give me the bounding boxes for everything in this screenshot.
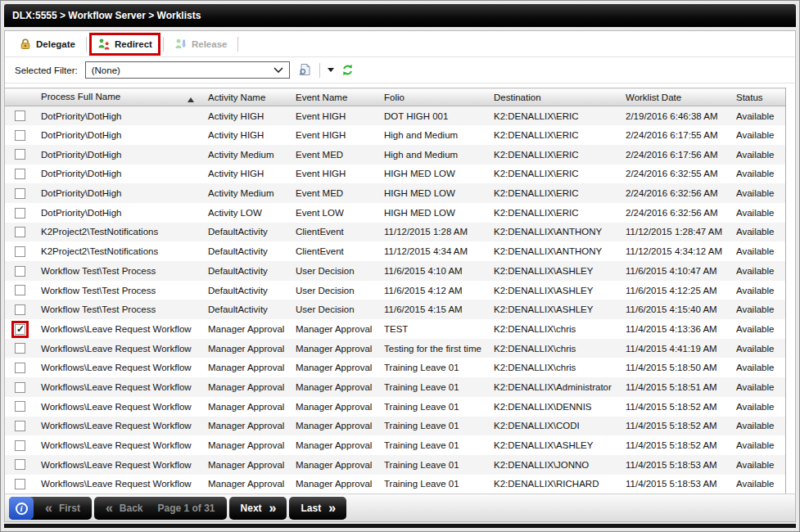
row-checkbox[interactable] [15, 479, 25, 489]
cell: 2/19/2016 6:46:38 AM [619, 106, 730, 126]
release-button: Release [169, 35, 233, 53]
row-checkbox[interactable] [15, 266, 25, 277]
row-checkbox-cell [5, 165, 34, 184]
row-checkbox[interactable] [15, 227, 25, 237]
row-checkbox[interactable] [15, 149, 25, 160]
cell: K2:DENALLIX\ERIC [487, 125, 619, 145]
row-checkbox[interactable] [15, 285, 25, 295]
col-header-event-name[interactable]: Event Name [289, 88, 377, 106]
row-checkbox[interactable] [15, 382, 25, 393]
table-row[interactable]: Workflows\Leave Request WorkflowManager … [5, 455, 785, 475]
cell: Activity Medium [201, 145, 289, 165]
table-row[interactable]: DotPriority\DotHighActivity HIGHEvent HI… [5, 165, 785, 184]
col-header-folio[interactable]: Folio [377, 88, 487, 106]
cell: User Decision [289, 300, 377, 319]
cell: Available [730, 339, 785, 358]
cell: Manager Approval [201, 475, 289, 494]
redirect-button[interactable]: Redirect [92, 35, 158, 53]
table-row[interactable]: Workflows\Leave Request WorkflowManager … [5, 319, 785, 339]
next-page-button[interactable]: Next » [229, 497, 287, 520]
cell: HIGH MED LOW [377, 165, 487, 184]
table-row[interactable]: K2Project2\TestNotificationsDefaultActiv… [5, 223, 785, 242]
table-row[interactable]: DotPriority\DotHighActivity MediumEvent … [5, 183, 785, 203]
row-checkbox[interactable] [15, 208, 25, 219]
col-header-activity-name[interactable]: Activity Name [201, 88, 289, 106]
cell: 2/24/2016 6:17:56 AM [619, 145, 730, 165]
worklist-grid: Process Full Name Activity Name Event Na… [5, 88, 786, 494]
row-checkbox[interactable] [15, 246, 25, 257]
cell: 11/12/2015 4:34:12 AM [619, 241, 730, 261]
col-header-process-full-name[interactable]: Process Full Name [34, 88, 201, 106]
table-row[interactable]: Workflows\Leave Request WorkflowManager … [5, 417, 785, 436]
filter-search-icon[interactable] [297, 63, 312, 77]
cell: Available [730, 261, 785, 281]
cell: 11/4/2015 5:18:52 AM [619, 397, 730, 417]
cell: Event MED [289, 145, 377, 165]
cell: K2:DENALLIX\ASHLEY [487, 281, 619, 300]
cell: 11/4/2015 5:18:51 AM [619, 377, 730, 397]
table-row[interactable]: Workflow Test\Test ProcessDefaultActivit… [5, 261, 785, 281]
table-row[interactable]: Workflows\Leave Request WorkflowManager … [5, 377, 785, 397]
info-button[interactable]: i [9, 497, 34, 520]
row-checkbox[interactable] [15, 188, 25, 199]
cell: Workflows\Leave Request Workflow [34, 377, 201, 397]
cell: Event HIGH [289, 125, 377, 145]
cell: Workflows\Leave Request Workflow [34, 475, 201, 494]
row-checkbox[interactable] [15, 363, 25, 373]
cell: Manager Approval [289, 417, 377, 436]
cell: Training Leave 01 [377, 377, 487, 397]
table-row[interactable]: Workflow Test\Test ProcessDefaultActivit… [5, 281, 785, 300]
table-row[interactable]: K2Project2\TestNotificationsDefaultActiv… [5, 241, 785, 261]
cell: Manager Approval [201, 397, 289, 417]
cell: Manager Approval [289, 455, 377, 475]
row-checkbox[interactable] [15, 343, 25, 354]
cell: Available [730, 165, 785, 184]
cell: Workflows\Leave Request Workflow [34, 358, 201, 377]
lock-icon [19, 38, 32, 51]
row-checkbox[interactable] [15, 421, 25, 431]
cell: 11/4/2015 5:18:52 AM [619, 435, 730, 455]
cell: K2:DENALLIX\chris [487, 358, 619, 377]
table-row[interactable]: DotPriority\DotHighActivity HIGHEvent HI… [5, 125, 785, 145]
table-row[interactable]: Workflows\Leave Request WorkflowManager … [5, 397, 785, 417]
delegate-button[interactable]: Delegate [13, 35, 81, 53]
cell: Available [730, 241, 785, 261]
cell: Training Leave 01 [377, 475, 487, 494]
filter-dropdown[interactable]: (None) [85, 61, 290, 79]
row-checkbox[interactable] [15, 130, 25, 141]
row-checkbox-cell [5, 261, 34, 281]
col-header-worklist-date[interactable]: Worklist Date [619, 88, 730, 106]
row-checkbox[interactable] [15, 169, 25, 179]
row-checkbox-cell [5, 435, 34, 455]
cell: K2Project2\TestNotifications [34, 223, 201, 242]
table-row[interactable]: DotPriority\DotHighActivity HIGHEvent HI… [5, 106, 785, 126]
table-row[interactable]: DotPriority\DotHighActivity LOWEvent LOW… [5, 203, 785, 223]
row-checkbox[interactable] [15, 110, 25, 121]
row-checkbox[interactable] [15, 401, 25, 412]
col-header-status[interactable]: Status [730, 88, 785, 106]
main-panel: Delegate Redirect [4, 30, 796, 522]
filter-dropdown-value: (None) [92, 65, 120, 75]
row-checkbox[interactable] [15, 304, 25, 315]
table-row[interactable]: Workflow Test\Test ProcessDefaultActivit… [5, 300, 785, 319]
last-page-button[interactable]: Last » [289, 497, 346, 520]
table-row[interactable]: Workflows\Leave Request WorkflowManager … [5, 435, 785, 455]
row-checkbox-cell [5, 300, 34, 319]
filter-menu-arrow-icon[interactable] [328, 68, 334, 72]
table-row[interactable]: Workflows\Leave Request WorkflowManager … [5, 339, 785, 358]
table-row[interactable]: Workflows\Leave Request WorkflowManager … [5, 475, 785, 494]
table-row[interactable]: DotPriority\DotHighActivity MediumEvent … [5, 145, 785, 165]
row-checkbox-cell [5, 241, 34, 261]
col-header-destination[interactable]: Destination [487, 88, 619, 106]
cell: Manager Approval [289, 435, 377, 455]
table-row[interactable]: Workflows\Leave Request WorkflowManager … [5, 358, 785, 377]
cell: Event HIGH [289, 106, 377, 126]
cell: K2:DENALLIX\JONNO [487, 455, 619, 475]
cell: K2Project2\TestNotifications [34, 241, 201, 261]
cell: Testing for the first time [377, 339, 487, 358]
row-checkbox-checked[interactable] [15, 324, 25, 335]
refresh-icon[interactable] [341, 64, 354, 76]
row-checkbox[interactable] [15, 440, 25, 451]
toolbar-separator [237, 37, 238, 52]
row-checkbox[interactable] [15, 459, 25, 470]
